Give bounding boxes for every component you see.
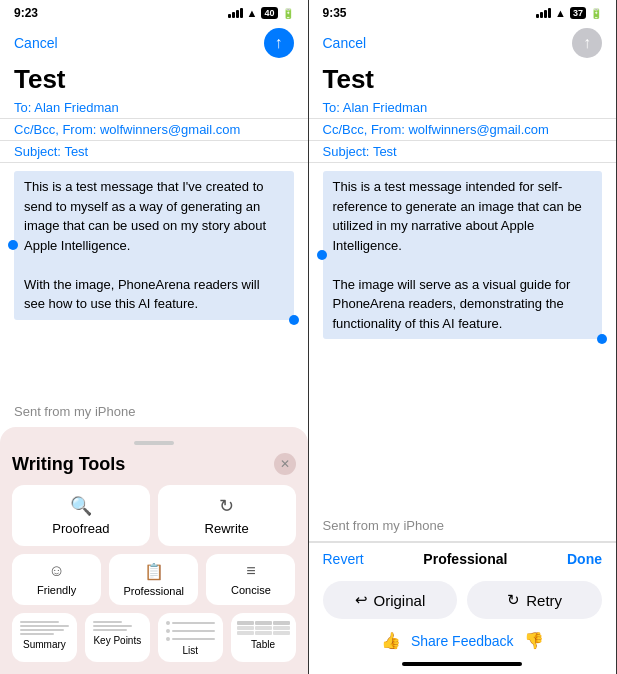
share-feedback-label[interactable]: Share Feedback xyxy=(411,633,514,649)
left-cc-value: wolfwinners@gmail.com xyxy=(100,122,240,137)
retry-label: Retry xyxy=(526,592,562,609)
original-icon: ↩ xyxy=(355,591,368,609)
retry-icon: ↻ xyxy=(507,591,520,609)
right-time: 9:35 xyxy=(323,6,347,20)
key-points-label: Key Points xyxy=(93,635,141,646)
left-send-button[interactable]: ↑ xyxy=(264,28,294,58)
concise-button[interactable]: ≡ Concise xyxy=(206,554,295,605)
right-body-highlighted: This is a test message intended for self… xyxy=(323,171,603,339)
send-arrow-icon: ↑ xyxy=(275,35,283,51)
left-to-label: To: xyxy=(14,100,31,115)
left-status-bar: 9:23 ▲ 40 🔋 xyxy=(0,0,308,24)
left-body-text: This is a test message that I've created… xyxy=(24,179,266,253)
tools-tone-row: ☺ Friendly 📋 Professional ≡ Concise xyxy=(12,554,296,605)
proofread-button[interactable]: 🔍 Proofread xyxy=(12,485,150,546)
right-phone-panel: 9:35 ▲ 37 🔋 Cancel ↑ Test To: Alan Fried… xyxy=(309,0,618,674)
right-send-arrow-icon: ↑ xyxy=(583,35,591,51)
friendly-button[interactable]: ☺ Friendly xyxy=(12,554,101,605)
original-label: Original xyxy=(374,592,426,609)
concise-icon: ≡ xyxy=(246,562,255,580)
right-send-button[interactable]: ↑ xyxy=(572,28,602,58)
left-subject-value: Test xyxy=(64,144,88,159)
rewrite-controls: Revert Professional Done ↩ Original ↻ Re… xyxy=(309,541,617,674)
revert-button[interactable]: Revert xyxy=(323,551,364,567)
right-battery-badge: 37 xyxy=(570,7,586,19)
left-to-field: To: Alan Friedman xyxy=(0,97,308,119)
rewrite-label: Rewrite xyxy=(205,521,249,536)
left-cc-field: Cc/Bcc, From: wolfwinners@gmail.com xyxy=(0,119,308,141)
right-sent-from: Sent from my iPhone xyxy=(309,510,617,541)
right-subject-label: Subject: xyxy=(323,144,370,159)
right-cursor-dot-left xyxy=(317,250,327,260)
friendly-label: Friendly xyxy=(37,584,76,596)
left-cancel-button[interactable]: Cancel xyxy=(14,35,58,51)
panel-handle xyxy=(134,441,174,445)
summary-icon xyxy=(16,619,73,637)
writing-tools-panel: Writing Tools ✕ 🔍 Proofread ↻ Rewrite ☺ … xyxy=(0,427,308,674)
proofread-icon: 🔍 xyxy=(70,495,92,517)
list-label: List xyxy=(182,645,198,656)
right-to-field: To: Alan Friedman xyxy=(309,97,617,119)
right-email-title: Test xyxy=(309,62,617,97)
right-body-text2: The image will serve as a visual guide f… xyxy=(333,277,571,331)
right-status-bar: 9:35 ▲ 37 🔋 xyxy=(309,0,617,24)
left-status-icons: ▲ 40 🔋 xyxy=(228,7,294,19)
professional-button[interactable]: 📋 Professional xyxy=(109,554,198,605)
action-row: ↩ Original ↻ Retry xyxy=(309,575,617,625)
right-battery-icon: 🔋 xyxy=(590,8,602,19)
original-button[interactable]: ↩ Original xyxy=(323,581,458,619)
rewrite-button[interactable]: ↻ Rewrite xyxy=(158,485,296,546)
right-signal-icon xyxy=(536,8,551,18)
right-to-name[interactable]: Alan Friedman xyxy=(343,100,428,115)
left-sent-from: Sent from my iPhone xyxy=(0,396,308,427)
thumbs-down-icon[interactable]: 👎 xyxy=(524,631,544,650)
left-email-title: Test xyxy=(0,62,308,97)
feedback-row: 👍 Share Feedback 👎 xyxy=(309,625,617,656)
right-cc-label: Cc/Bcc, From: xyxy=(323,122,405,137)
left-email-body[interactable]: This is a test message that I've created… xyxy=(0,163,308,396)
table-icon xyxy=(235,619,292,637)
professional-mode-label: Professional xyxy=(423,551,507,567)
right-wifi-icon: ▲ xyxy=(555,7,566,19)
right-email-body[interactable]: This is a test message intended for self… xyxy=(309,163,617,510)
right-body-text: This is a test message intended for self… xyxy=(333,179,582,253)
thumbs-up-icon[interactable]: 👍 xyxy=(381,631,401,650)
left-to-name[interactable]: Alan Friedman xyxy=(34,100,119,115)
left-phone-panel: 9:23 ▲ 40 🔋 Cancel ↑ Test To: Alan Fried… xyxy=(0,0,309,674)
left-cc-label: Cc/Bcc, From: xyxy=(14,122,96,137)
list-button[interactable]: List xyxy=(158,613,223,662)
proofread-label: Proofread xyxy=(52,521,109,536)
friendly-icon: ☺ xyxy=(48,562,64,580)
battery-badge: 40 xyxy=(261,7,277,19)
wifi-icon: ▲ xyxy=(247,7,258,19)
bottom-handle xyxy=(402,662,522,666)
professional-label: Professional xyxy=(123,585,184,597)
retry-button[interactable]: ↻ Retry xyxy=(467,581,602,619)
right-cursor-dot-right xyxy=(597,334,607,344)
done-button[interactable]: Done xyxy=(567,551,602,567)
left-body-highlighted: This is a test message that I've created… xyxy=(14,171,294,320)
right-to-label: To: xyxy=(323,100,340,115)
right-status-icons: ▲ 37 🔋 xyxy=(536,7,602,19)
summary-button[interactable]: Summary xyxy=(12,613,77,662)
right-subject-value: Test xyxy=(373,144,397,159)
left-time: 9:23 xyxy=(14,6,38,20)
summary-label: Summary xyxy=(23,639,66,650)
table-button[interactable]: Table xyxy=(231,613,296,662)
rewrite-bar: Revert Professional Done xyxy=(309,542,617,575)
key-points-button[interactable]: Key Points xyxy=(85,613,150,662)
signal-icon xyxy=(228,8,243,18)
left-email-nav: Cancel ↑ xyxy=(0,24,308,62)
left-body-text2: With the image, PhoneArena readers will … xyxy=(24,277,260,312)
battery-icon: 🔋 xyxy=(282,8,294,19)
right-email-nav: Cancel ↑ xyxy=(309,24,617,62)
professional-icon: 📋 xyxy=(144,562,164,581)
close-writing-tools-button[interactable]: ✕ xyxy=(274,453,296,475)
writing-tools-title: Writing Tools xyxy=(12,454,125,475)
right-cancel-button[interactable]: Cancel xyxy=(323,35,367,51)
right-subject-field: Subject: Test xyxy=(309,141,617,163)
tools-format-row: Summary Key Points xyxy=(12,613,296,662)
concise-label: Concise xyxy=(231,584,271,596)
left-subject-label: Subject: xyxy=(14,144,61,159)
tools-main-grid: 🔍 Proofread ↻ Rewrite xyxy=(12,485,296,546)
